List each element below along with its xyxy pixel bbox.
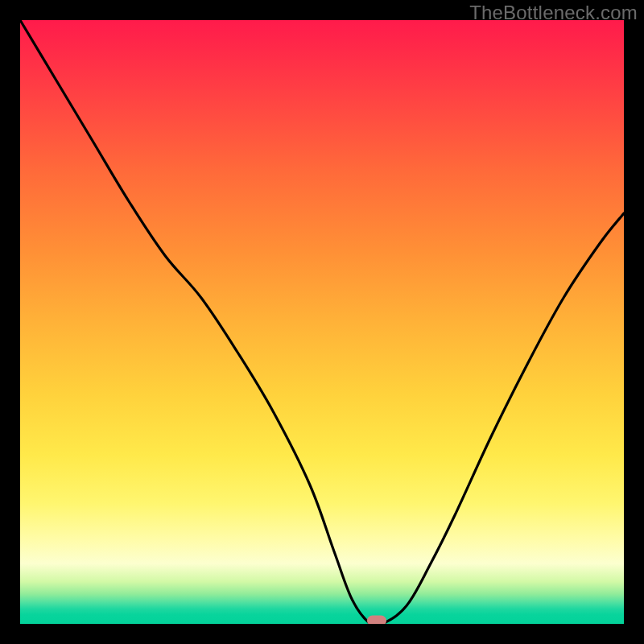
plot-area [20, 20, 624, 624]
chart-frame: TheBottleneck.com [0, 0, 644, 644]
curve-svg [20, 20, 624, 624]
optimal-point-marker [367, 616, 386, 625]
bottleneck-curve [20, 20, 624, 624]
watermark-text: TheBottleneck.com [469, 2, 638, 24]
